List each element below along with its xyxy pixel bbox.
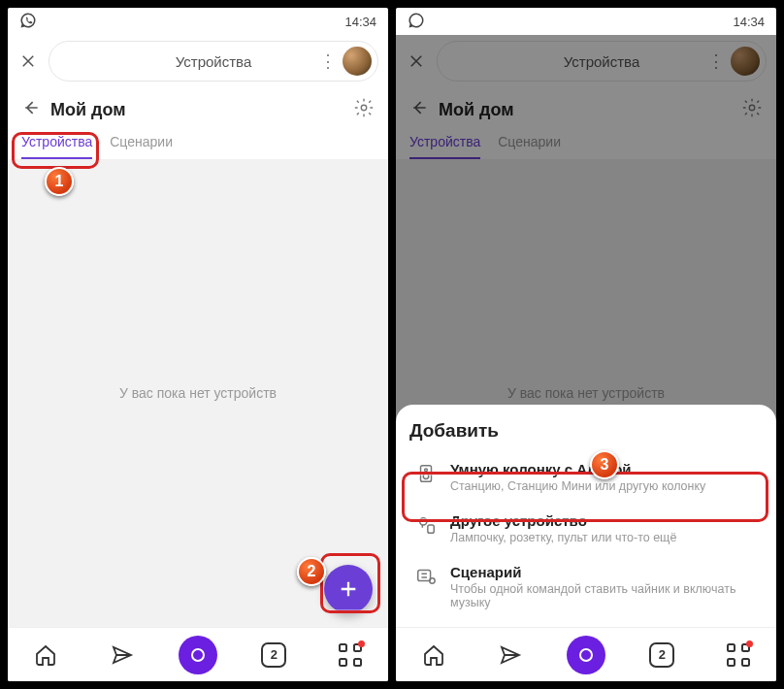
sheet-item-sub: Лампочку, розетку, пульт или что-то ещё xyxy=(450,531,676,544)
status-time: 14:34 xyxy=(733,15,765,29)
svg-point-5 xyxy=(420,518,427,525)
sheet-item-label: Другое устройство xyxy=(450,512,676,529)
bulb-icon xyxy=(413,512,439,538)
search-title: Устройства xyxy=(176,53,251,70)
nav-send[interactable] xyxy=(491,636,530,674)
nav-services[interactable] xyxy=(331,636,370,674)
svg-point-4 xyxy=(423,474,429,479)
nav-alice[interactable] xyxy=(179,636,217,674)
sheet-item-scenario[interactable]: Сценарий Чтобы одной командой ставить ча… xyxy=(409,554,763,619)
sheet-item-label: Сценарий xyxy=(450,564,759,580)
avatar[interactable] xyxy=(343,47,372,76)
whatsapp-icon xyxy=(19,12,37,32)
status-bar: 14:34 xyxy=(396,8,776,35)
nav-tab-count: 2 xyxy=(649,642,674,668)
phone-left: 14:34 Устройства ⋮ Мой дом Устройства Сц… xyxy=(8,8,388,681)
phone-right: 14:34 Устройства ⋮ Мой дом xyxy=(396,8,776,681)
sheet-item-other[interactable]: Другое устройство Лампочку, розетку, пул… xyxy=(409,503,763,554)
svg-rect-6 xyxy=(428,525,434,533)
page-header: Мой дом xyxy=(8,87,388,126)
add-sheet: Добавить Умную колонку с Алисой Станцию,… xyxy=(396,405,776,627)
page-title: Мой дом xyxy=(50,100,126,120)
sheet-title: Добавить xyxy=(409,420,763,442)
svg-rect-7 xyxy=(418,571,431,581)
sheet-item-speaker[interactable]: Умную колонку с Алисой Станцию, Станцию … xyxy=(409,451,763,503)
whatsapp-icon xyxy=(408,12,425,32)
nav-home[interactable] xyxy=(26,636,65,674)
empty-message: У вас пока нет устройств xyxy=(119,385,277,401)
bottom-nav: 2 xyxy=(396,627,776,681)
close-icon[interactable] xyxy=(17,50,39,72)
nav-home[interactable] xyxy=(414,636,453,674)
gear-icon[interactable] xyxy=(353,97,375,122)
nav-tab-count: 2 xyxy=(261,642,286,668)
svg-point-0 xyxy=(361,105,367,111)
nav-send[interactable] xyxy=(103,636,142,674)
sheet-item-sub: Станцию, Станцию Мини или другую колонку xyxy=(450,479,705,493)
nav-tabs[interactable]: 2 xyxy=(254,636,293,674)
tab-scenarios[interactable]: Сценарии xyxy=(110,134,173,159)
back-icon[interactable] xyxy=(21,98,41,121)
add-fab[interactable] xyxy=(324,565,373,613)
content-area: У вас пока нет устройств xyxy=(8,159,388,627)
status-time: 14:34 xyxy=(344,15,376,29)
tabs: Устройства Сценарии xyxy=(8,126,388,159)
speaker-icon xyxy=(413,461,439,486)
nav-alice[interactable] xyxy=(567,636,605,674)
tab-devices[interactable]: Устройства xyxy=(21,134,92,159)
bottom-nav: 2 xyxy=(8,627,388,681)
search-row: Устройства ⋮ xyxy=(8,35,388,87)
nav-tabs[interactable]: 2 xyxy=(642,636,681,674)
search-pill[interactable]: Устройства ⋮ xyxy=(49,41,378,82)
svg-point-3 xyxy=(425,469,428,472)
kebab-icon[interactable]: ⋮ xyxy=(319,50,335,72)
sheet-item-label: Умную колонку с Алисой xyxy=(450,461,705,477)
scenario-icon xyxy=(413,564,439,589)
sheet-item-sub: Чтобы одной командой ставить чайник и вк… xyxy=(450,582,759,609)
nav-services[interactable] xyxy=(719,636,758,674)
status-bar: 14:34 xyxy=(8,8,388,35)
